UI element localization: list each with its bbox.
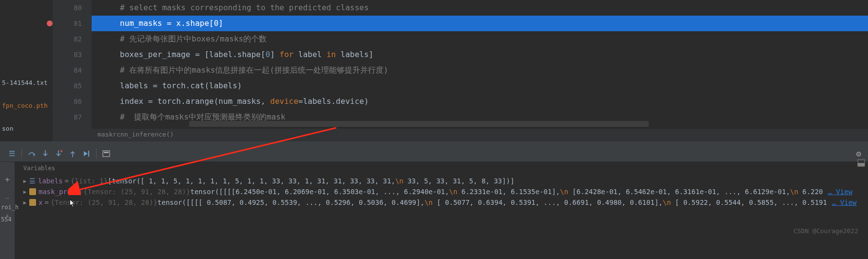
view-link[interactable]: … View xyxy=(828,188,853,196)
editor-gutter: 80 81 82 83 84 85 86 87 xyxy=(53,0,92,141)
variable-type: {list: 1} xyxy=(71,177,108,185)
line-number[interactable]: 81 xyxy=(53,16,82,31)
breakpoint-icon[interactable] xyxy=(47,20,53,26)
line-number[interactable]: 87 xyxy=(53,109,82,125)
line-number[interactable]: 84 xyxy=(53,62,82,78)
svg-rect-2 xyxy=(103,151,110,157)
variable-value: tensor([[[[ 0.5087, 0.4925, 0.5539, ...,… xyxy=(157,199,827,206)
chevron-right-icon[interactable]: ▶ xyxy=(20,199,29,206)
variable-row-labels[interactable]: ▶ ☰ labels = {list: 1} [tensor([ 1, 1, 5… xyxy=(20,176,862,186)
debug-toolbar: ☰ ⚙ xyxy=(0,145,868,162)
svg-point-0 xyxy=(60,150,62,152)
file-tree-item[interactable]: 5-141544.txt xyxy=(2,79,51,86)
panel-splitter[interactable] xyxy=(0,141,868,145)
svg-rect-1 xyxy=(88,151,89,157)
line-number[interactable]: 83 xyxy=(53,47,82,62)
horizontal-scrollbar[interactable] xyxy=(189,121,649,127)
file-tree-item[interactable]: son xyxy=(2,125,51,132)
line-number[interactable]: 80 xyxy=(53,0,82,16)
variable-name: labels xyxy=(38,177,63,185)
variable-row-x[interactable]: ▶ x = {Tensor: (25, 91, 28, 28)} tensor(… xyxy=(20,197,862,208)
code-text: # 在将所有图片中的masks信息拼接在一起(拼接后统一处理能够提升并行度) xyxy=(120,65,388,75)
add-watch-icon[interactable]: ＋ xyxy=(3,175,11,185)
settings-icon[interactable]: ⚙ xyxy=(856,149,861,159)
layout-icon[interactable] xyxy=(856,158,866,168)
force-step-into-icon[interactable] xyxy=(52,147,66,160)
variable-row-mask-prob[interactable]: ▶ mask_prob = {Tensor: (25, 91, 28, 28)}… xyxy=(20,186,862,197)
line-number[interactable]: 82 xyxy=(53,31,82,47)
side-label: 554 xyxy=(1,216,12,223)
project-file-tree[interactable]: 5-141544.txt fpn_coco.pth son xyxy=(0,0,53,141)
variable-value: tensor([[[[6.2450e-01, 6.2069e-01, 6.350… xyxy=(190,188,823,196)
code-area[interactable]: # select masks corresponding to the pred… xyxy=(92,0,868,141)
chevron-right-icon[interactable]: ▶ xyxy=(20,178,29,184)
tensor-icon xyxy=(29,188,36,195)
step-over-icon[interactable] xyxy=(25,147,39,160)
line-number[interactable]: 86 xyxy=(53,94,82,109)
current-execution-line: num_masks = x.shape[0] xyxy=(92,16,868,31)
svg-rect-5 xyxy=(858,163,865,166)
mouse-cursor-icon xyxy=(69,199,76,208)
remove-watch-icon[interactable]: − xyxy=(5,194,10,203)
variable-type: {Tensor: (25, 91, 28, 28)} xyxy=(83,188,190,196)
variable-value: [tensor([ 1, 1, 5, 1, 1, 1, 1, 5, 1, 1, … xyxy=(108,177,514,185)
code-text: index = torch.arange(num_masks, xyxy=(120,97,270,106)
breadcrumb[interactable]: maskrcnn_inference() xyxy=(92,129,868,141)
code-text: boxes_per_image = [label.shape[ xyxy=(120,50,266,59)
run-to-cursor-icon[interactable] xyxy=(79,147,93,160)
watermark-text: CSDN @Courage2022 xyxy=(793,227,858,235)
evaluate-expression-icon[interactable] xyxy=(99,147,113,160)
variable-type: {Tensor: (25, 91, 28, 28)} xyxy=(51,199,157,206)
tensor-icon xyxy=(29,199,36,206)
frames-icon[interactable]: ☰ xyxy=(5,147,19,160)
list-icon: ☰ xyxy=(29,177,36,185)
svg-rect-3 xyxy=(104,152,109,153)
code-text: # select masks corresponding to the pred… xyxy=(120,3,369,12)
variable-name: mask_prob xyxy=(39,188,76,196)
side-label: roi_h xyxy=(1,204,19,211)
chevron-right-icon[interactable]: ▶ xyxy=(20,189,29,195)
code-text: labels = torch.cat(labels) xyxy=(120,81,242,90)
code-editor[interactable]: 80 81 82 83 84 85 86 87 # select masks c… xyxy=(53,0,868,141)
variables-panel: ＋ − ▲ Variables ▶ ☰ labels = {list: 1} [… xyxy=(0,162,868,259)
code-text: # 提取每个masks中对应预测最终类别的mask xyxy=(120,112,286,121)
line-number[interactable]: 85 xyxy=(53,78,82,94)
code-text: # 先记录每张图片中boxes/masks的个数 xyxy=(120,34,267,43)
variable-name: x xyxy=(39,199,42,206)
file-tree-item[interactable]: fpn_coco.pth xyxy=(2,102,51,109)
variables-title: Variables xyxy=(20,165,862,172)
view-link[interactable]: … View xyxy=(832,199,857,206)
step-into-icon[interactable] xyxy=(39,147,52,160)
step-out-icon[interactable] xyxy=(66,147,79,160)
